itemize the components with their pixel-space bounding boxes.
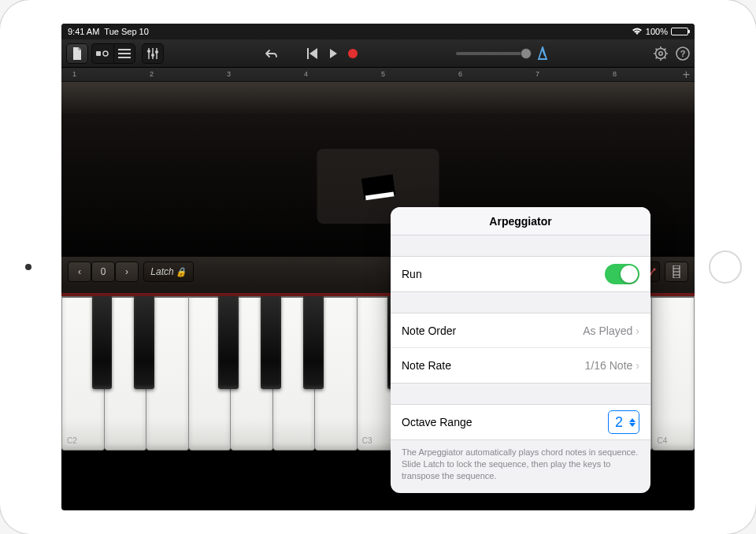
black-key[interactable] (134, 296, 154, 389)
popover-arrow-icon (649, 316, 650, 332)
note-rate-row[interactable]: Note Rate 1/16 Note › (391, 348, 650, 383)
ruler-mark: 4 (304, 70, 308, 78)
svg-rect-0 (96, 51, 101, 56)
undo-button[interactable] (262, 43, 280, 64)
ruler-mark: 7 (536, 70, 539, 78)
svg-rect-4 (118, 57, 131, 58)
note-rate-value: 1/16 Note (585, 359, 633, 372)
battery-percent: 100% (646, 27, 668, 36)
lock-icon: 🔒 (176, 267, 187, 277)
chevron-right-icon: › (636, 324, 639, 337)
octave-range-label: Octave Range (402, 416, 608, 428)
svg-rect-3 (118, 53, 131, 54)
battery-icon (671, 28, 688, 35)
ruler-mark: 8 (613, 70, 617, 78)
settings-button[interactable] (654, 46, 668, 61)
run-toggle[interactable] (605, 264, 639, 284)
track-controls-button[interactable] (142, 43, 164, 64)
svg-point-7 (155, 50, 158, 54)
run-label: Run (402, 268, 605, 280)
status-bar: 9:41 AM Tue Sep 10 100% (61, 24, 695, 39)
master-volume-slider[interactable] (456, 52, 527, 55)
black-key[interactable] (261, 296, 281, 389)
my-songs-button[interactable] (66, 43, 88, 64)
ruler-mark: 6 (458, 70, 462, 78)
svg-rect-2 (118, 49, 131, 50)
note-order-label: Note Order (402, 324, 583, 337)
svg-point-1 (103, 51, 108, 56)
octave-down-button[interactable]: ‹ (68, 261, 91, 282)
ruler-mark: 3 (227, 70, 231, 78)
status-date: Tue Sep 10 (104, 27, 148, 36)
black-key[interactable] (92, 296, 113, 389)
black-key[interactable] (218, 296, 239, 389)
record-button[interactable] (348, 49, 358, 58)
svg-text:?: ? (680, 49, 686, 58)
key-label: C3 (362, 436, 372, 445)
toolbar: ? (61, 39, 695, 68)
latch-button[interactable]: Latch 🔒 (143, 261, 194, 282)
black-key[interactable] (303, 296, 324, 389)
wifi-icon (632, 28, 643, 35)
popover-title: Arpeggiator (391, 207, 650, 235)
octave-range-stepper[interactable]: 2 (608, 410, 639, 434)
status-time: 9:41 AM (68, 27, 99, 36)
chevron-right-icon: › (636, 359, 639, 372)
ruler[interactable]: 1 2 3 4 5 6 7 8 + (61, 68, 695, 82)
svg-point-5 (147, 50, 150, 53)
browser-button[interactable] (91, 43, 113, 64)
svg-point-6 (151, 54, 154, 57)
octave-value: 0 (91, 261, 115, 282)
play-button[interactable] (330, 49, 337, 58)
stepper-up-button[interactable] (629, 418, 636, 422)
octave-range-value: 2 (612, 414, 626, 431)
home-button[interactable] (709, 250, 742, 284)
ruler-mark: 1 (72, 70, 76, 78)
camera-icon (25, 264, 32, 270)
ipad-frame: 9:41 AM Tue Sep 10 100% (0, 0, 756, 534)
ruler-mark: 5 (381, 70, 385, 78)
metronome-button[interactable] (536, 46, 549, 61)
key-label: C4 (657, 436, 667, 445)
add-section-button[interactable]: + (683, 68, 690, 82)
run-row: Run (391, 257, 650, 291)
go-to-beginning-button[interactable] (306, 48, 319, 59)
arpeggiator-popover: Arpeggiator Run Note Order As Played › (391, 207, 650, 493)
tracks-button[interactable] (113, 43, 135, 64)
latch-label: Latch (150, 266, 173, 277)
octave-up-button[interactable]: › (115, 261, 139, 282)
help-button[interactable]: ? (676, 46, 690, 61)
screen: 9:41 AM Tue Sep 10 100% (61, 24, 695, 510)
keyboard-layout-button[interactable] (665, 261, 688, 282)
ruler-mark: 2 (150, 70, 154, 78)
svg-point-9 (659, 51, 662, 54)
key-label: C2 (67, 436, 77, 445)
grand-piano-icon (361, 174, 395, 198)
note-order-value: As Played (583, 324, 632, 337)
note-order-row[interactable]: Note Order As Played › (391, 313, 650, 348)
note-rate-label: Note Rate (402, 359, 585, 372)
stepper-down-button[interactable] (629, 423, 636, 427)
volume-knob[interactable] (521, 48, 532, 59)
white-key[interactable]: C4 (652, 296, 695, 451)
popover-footer-text: The Arpeggiator automatically plays chor… (391, 440, 650, 493)
octave-range-row: Octave Range 2 (391, 405, 650, 439)
